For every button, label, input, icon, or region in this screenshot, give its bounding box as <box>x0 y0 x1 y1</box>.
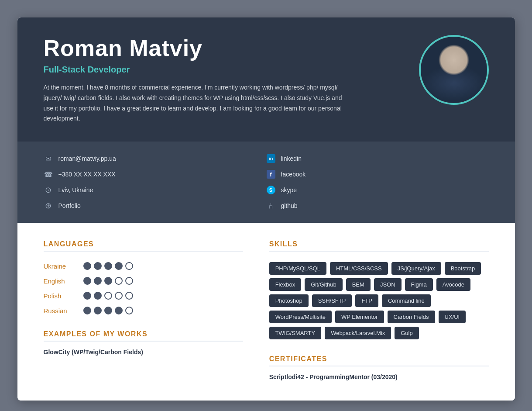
language-dot <box>115 277 123 285</box>
language-dots <box>83 277 133 285</box>
skill-badge: JS/jQuery/Ajax <box>391 262 441 275</box>
contact-facebook[interactable]: facebook <box>266 169 489 179</box>
language-dot <box>104 262 112 270</box>
language-dot <box>83 277 91 285</box>
phone-icon <box>44 169 53 179</box>
language-dots <box>83 262 133 270</box>
globe-icon <box>44 201 53 211</box>
two-col-layout: LANGUAGES UkraineEnglishPolishRussian EX… <box>44 240 489 383</box>
facebook-value: facebook <box>281 171 306 178</box>
skills-title: SKILLS <box>269 240 489 252</box>
skill-badge: FTP <box>355 294 378 307</box>
skill-badge: WordPress/Multisite <box>269 311 332 323</box>
location-icon <box>44 185 53 195</box>
skill-badge: TWIG/SMARTY <box>269 327 321 339</box>
language-dot <box>104 292 112 300</box>
portfolio-link: Portfolio <box>58 202 81 209</box>
skill-badge: UX/UI <box>439 311 466 323</box>
language-dot <box>83 262 91 270</box>
certificate-item: Scriptlodi42 - ProgrammingMentor (03/202… <box>269 373 489 380</box>
avatar <box>419 35 489 105</box>
language-dot <box>115 307 123 314</box>
linkedin-value: linkedin <box>281 155 302 162</box>
github-icon <box>266 201 276 211</box>
language-dot <box>125 292 133 300</box>
skill-badge: Git/Github <box>305 278 343 291</box>
skills-grid: PHP/MySQL/SQLHTML/CSS/SCSSJS/jQuery/Ajax… <box>269 262 489 339</box>
language-name: Russian <box>44 307 76 314</box>
contact-portfolio[interactable]: Portfolio <box>44 201 266 211</box>
email-value: roman@matviy.pp.ua <box>58 155 116 162</box>
skill-badge: JSON <box>374 278 402 291</box>
contact-skype[interactable]: skype <box>266 185 489 195</box>
language-dots <box>83 307 133 314</box>
contact-linkedin[interactable]: linkedin <box>266 154 489 163</box>
contact-email: roman@matviy.pp.ua <box>44 154 266 163</box>
contact-github[interactable]: github <box>266 201 489 211</box>
skill-badge: PHP/MySQL/SQL <box>269 262 326 275</box>
works-list: GlowCity (WP/Twig/Carbon Fields) <box>44 349 243 356</box>
header-name: Roman Matviy <box>44 35 402 61</box>
contact-section: roman@matviy.pp.ua +380 XX XX XX XXX Lvi… <box>17 142 515 223</box>
certificates-list: Scriptlodi42 - ProgrammingMentor (03/202… <box>269 373 489 380</box>
skill-badge: HTML/CSS/SCSS <box>330 262 388 275</box>
skill-badge: Avocode <box>436 278 470 291</box>
language-dot <box>94 307 102 314</box>
skill-badge: BEM <box>346 278 371 291</box>
languages-title: LANGUAGES <box>44 240 243 252</box>
header-section: Roman Matviy Full-Stack Developer At the… <box>17 17 515 142</box>
language-dot <box>125 277 133 285</box>
linkedin-icon <box>266 154 276 163</box>
header-bio: At the moment, I have 8 months of commer… <box>44 83 349 124</box>
avatar-image <box>421 37 487 103</box>
language-name: Ukraine <box>44 262 76 270</box>
language-dot <box>94 277 102 285</box>
header-left: Roman Matviy Full-Stack Developer At the… <box>44 35 402 124</box>
language-dots <box>83 292 133 300</box>
skill-badge: Flexbox <box>269 278 302 291</box>
skill-badge: Webpack/Laravel.Mix <box>325 327 391 339</box>
facebook-icon <box>266 169 276 179</box>
header-title: Full-Stack Developer <box>44 65 402 75</box>
contact-col-right: linkedin facebook skype github <box>266 154 489 211</box>
skill-badge: Carbon Fields <box>388 311 435 323</box>
language-dot <box>125 262 133 270</box>
contact-location: Lviv, Ukraine <box>44 185 266 195</box>
github-value: github <box>281 202 298 209</box>
language-item: Polish <box>44 292 243 300</box>
skill-badge: Gulp <box>395 327 419 339</box>
skill-badge: WP Elementor <box>335 311 384 323</box>
language-dot <box>104 277 112 285</box>
skill-badge: Photoshop <box>269 294 309 307</box>
languages-list: UkraineEnglishPolishRussian <box>44 262 243 314</box>
email-icon <box>44 154 53 163</box>
skype-icon <box>266 185 276 195</box>
skill-badge: Figma <box>405 278 433 291</box>
contact-col-left: roman@matviy.pp.ua +380 XX XX XX XXX Lvi… <box>44 154 266 211</box>
skill-badge: Command line <box>382 294 431 307</box>
left-col: LANGUAGES UkraineEnglishPolishRussian EX… <box>44 240 243 383</box>
location-value: Lviv, Ukraine <box>58 187 93 193</box>
right-col: SKILLS PHP/MySQL/SQLHTML/CSS/SCSSJS/jQue… <box>269 240 489 383</box>
language-dot <box>94 292 102 300</box>
language-name: English <box>44 277 76 285</box>
language-item: Russian <box>44 307 243 314</box>
language-item: Ukraine <box>44 262 243 270</box>
skype-value: skype <box>281 187 297 193</box>
resume-card: Roman Matviy Full-Stack Developer At the… <box>17 17 515 401</box>
certificates-title: CERTIFICATES <box>269 355 489 366</box>
language-dot <box>115 262 123 270</box>
language-dot <box>94 262 102 270</box>
language-dot <box>104 307 112 314</box>
main-section: LANGUAGES UkraineEnglishPolishRussian EX… <box>17 223 515 401</box>
language-item: English <box>44 277 243 285</box>
language-dot <box>83 292 91 300</box>
language-name: Polish <box>44 292 76 300</box>
skill-badge: Bootstrap <box>445 262 481 275</box>
language-dot <box>125 307 133 314</box>
phone-value: +380 XX XX XX XXX <box>58 171 116 178</box>
skill-badge: SSH/SFTP <box>312 294 352 307</box>
work-item: GlowCity (WP/Twig/Carbon Fields) <box>44 349 243 356</box>
language-dot <box>83 307 91 314</box>
works-title: EXAMPLES OF MY WORKS <box>44 330 243 342</box>
